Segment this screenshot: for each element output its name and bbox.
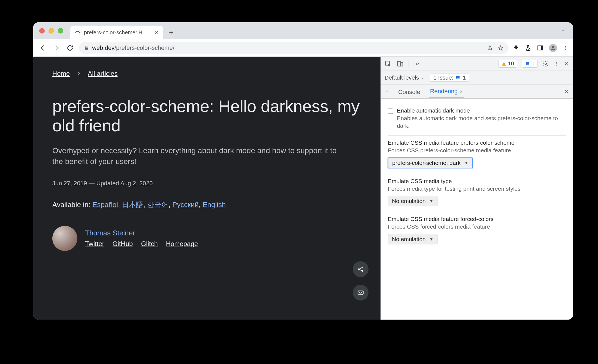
svg-point-7 [565, 47, 566, 48]
option-title: Emulate CSS media type [388, 178, 566, 184]
chevron-down-icon: ▼ [430, 237, 433, 241]
lang-link[interactable]: Русский [172, 201, 198, 209]
author-link-glitch[interactable]: Glitch [141, 240, 158, 248]
option-desc: Forces media type for testing print and … [388, 185, 566, 193]
svg-point-5 [552, 46, 554, 48]
new-tab-button[interactable]: ＋ [166, 27, 177, 38]
side-panel-icon[interactable] [537, 45, 543, 51]
available-in-label: Available in: [52, 201, 92, 209]
window-close-button[interactable] [39, 28, 45, 34]
warnings-pill[interactable]: 10 [499, 60, 517, 68]
svg-rect-17 [504, 65, 504, 65]
author-avatar [52, 226, 77, 251]
tab-strip: prefers-color-scheme: Hello da ✕ ＋ [33, 22, 573, 39]
forward-button[interactable] [52, 43, 61, 53]
option-title: Emulate CSS media feature prefers-color-… [388, 139, 566, 146]
drawer-kebab-icon[interactable] [385, 88, 389, 95]
svg-point-21 [556, 65, 557, 65]
drawer-tab-console[interactable]: Console [397, 86, 421, 98]
site-lock-icon[interactable] [84, 46, 89, 50]
tab-title: prefers-color-scheme: Hello da [84, 29, 149, 36]
option-title: Enable automatic dark mode [397, 107, 566, 114]
lang-link[interactable]: English [203, 201, 226, 209]
mediatype-select[interactable]: No emulation ▼ [388, 196, 437, 206]
author-link-homepage[interactable]: Homepage [166, 240, 198, 248]
tab-list-button[interactable] [560, 27, 566, 33]
window-controls [39, 28, 63, 34]
author-block: Thomas Steiner Twitter GitHub Glitch Hom… [52, 226, 361, 251]
subscribe-button[interactable] [353, 285, 369, 301]
browser-tab[interactable]: prefers-color-scheme: Hello da ✕ [70, 26, 163, 39]
chevron-down-icon: ▼ [464, 161, 468, 165]
chevron-right-icon [76, 71, 81, 76]
svg-rect-4 [541, 46, 543, 50]
share-button[interactable] [353, 261, 369, 277]
share-icon[interactable] [487, 45, 493, 51]
svg-point-8 [565, 49, 566, 50]
author-name[interactable]: Thomas Steiner [85, 229, 198, 237]
url-text: web.dev/prefers-color-scheme/ [92, 44, 174, 51]
rendering-option-pcs: Emulate CSS media feature prefers-color-… [388, 136, 566, 174]
available-in: Available in: Español, 日本語, 한국어, Русский… [52, 200, 361, 210]
pcs-select[interactable]: prefers-color-scheme: dark ▼ [388, 157, 473, 168]
tab-favicon-icon [75, 29, 81, 35]
breadcrumb-all-articles[interactable]: All articles [88, 70, 117, 77]
labs-flask-icon[interactable] [525, 45, 531, 51]
author-link-twitter[interactable]: Twitter [85, 240, 104, 248]
rendering-option-forced-colors: Emulate CSS media feature forced-colors … [388, 212, 566, 250]
svg-rect-12 [358, 291, 363, 295]
forced-colors-select[interactable]: No emulation ▼ [388, 234, 437, 244]
devtools-settings-icon[interactable] [542, 60, 549, 67]
profile-avatar-button[interactable] [549, 44, 557, 52]
page-content: Home All articles prefers-color-scheme: … [33, 57, 380, 320]
rendering-panel: Enable automatic dark mode Enables autom… [381, 99, 573, 320]
issues-button[interactable]: 1 Issue: 1 [430, 74, 469, 82]
svg-point-2 [528, 49, 529, 50]
tab-close-button[interactable]: ✕ [155, 29, 159, 35]
drawer-tab-rendering[interactable]: Rendering✕ [429, 85, 464, 98]
devtools-main-toolbar: 10 1 [381, 57, 573, 71]
devtools-kebab-icon[interactable] [554, 60, 559, 67]
rendering-option-mediatype: Emulate CSS media type Forces media type… [388, 174, 566, 212]
chevron-down-icon: ▼ [430, 199, 433, 203]
drawer-close-icon[interactable] [564, 89, 569, 94]
devtools-close-icon[interactable] [564, 61, 569, 66]
devtools-console-subbar: Default levels 1 Issue: 1 [381, 71, 573, 84]
svg-point-19 [556, 62, 557, 63]
more-tabs-icon[interactable] [414, 60, 420, 67]
kebab-menu-icon[interactable] [563, 45, 568, 51]
address-bar[interactable]: web.dev/prefers-color-scheme/ [79, 42, 509, 54]
lang-link[interactable]: Español [92, 201, 118, 209]
option-desc: Forces CSS prefers-color-scheme media fe… [388, 147, 566, 154]
bookmark-star-icon[interactable] [498, 45, 504, 51]
warnings-count: 10 [508, 60, 514, 67]
back-button[interactable] [38, 43, 47, 53]
log-levels-dropdown[interactable]: Default levels [385, 74, 424, 81]
window-zoom-button[interactable] [58, 28, 63, 34]
messages-count: 1 [531, 60, 534, 67]
lang-link[interactable]: 日本語 [122, 201, 143, 209]
article-title: prefers-color-scheme: Hello darkness, my… [52, 96, 361, 135]
extensions-icon[interactable] [513, 45, 520, 51]
option-desc: Enables automatic dark mode and sets pre… [397, 114, 566, 130]
window-minimize-button[interactable] [49, 28, 54, 34]
article-dateline: Jun 27, 2019 — Updated Aug 2, 2020 [52, 180, 361, 187]
warning-icon [502, 61, 506, 66]
darkmode-checkbox[interactable] [388, 108, 393, 114]
message-icon [455, 75, 460, 80]
breadcrumb-home[interactable]: Home [52, 70, 70, 77]
browser-toolbar: web.dev/prefers-color-scheme/ [33, 39, 573, 57]
rendering-option-darkmode: Enable automatic dark mode Enables autom… [388, 104, 566, 136]
option-title: Emulate CSS media feature forced-colors [388, 216, 566, 222]
close-icon[interactable]: ✕ [459, 89, 463, 94]
article-lede: Overhyped or necessity? Learn everything… [52, 145, 339, 167]
lang-link[interactable]: 한국어 [147, 201, 168, 209]
browser-window: prefers-color-scheme: Hello da ✕ ＋ [33, 22, 573, 320]
svg-point-23 [387, 91, 388, 92]
reload-button[interactable] [65, 43, 75, 53]
device-toggle-icon[interactable] [397, 60, 404, 67]
inspect-element-icon[interactable] [385, 60, 392, 67]
messages-pill[interactable]: 1 [522, 60, 537, 68]
svg-point-20 [556, 63, 557, 64]
author-link-github[interactable]: GitHub [113, 240, 133, 248]
